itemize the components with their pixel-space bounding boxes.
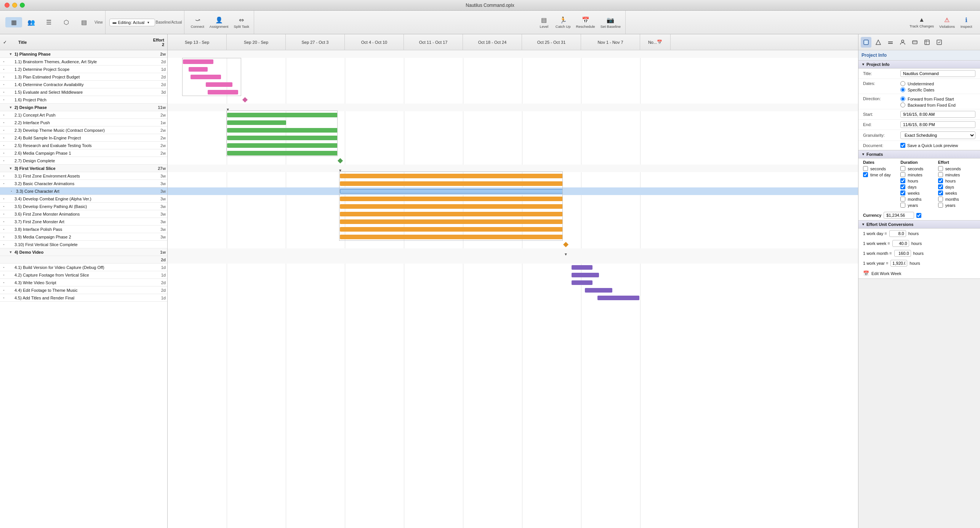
task-row[interactable]: • 3.5) Develop Enemy Pathing AI (Basic) … bbox=[0, 203, 167, 210]
gantt-bar[interactable] bbox=[572, 265, 592, 270]
task-row[interactable]: • 1.6) Project Pitch bbox=[0, 96, 167, 104]
gantt-bar[interactable] bbox=[340, 212, 563, 216]
backward-radio[interactable] bbox=[900, 102, 905, 107]
edit-work-week-button[interactable]: 📅 Edit Work Week bbox=[858, 268, 980, 278]
task-row[interactable]: • 2.6) Media Campaign Phase 1 2w bbox=[0, 149, 167, 157]
duration-minutes-label[interactable]: minutes bbox=[900, 172, 938, 177]
duration-years-checkbox[interactable] bbox=[900, 203, 905, 208]
gantt-bar[interactable] bbox=[340, 181, 563, 186]
effort-months-checkbox[interactable] bbox=[938, 197, 943, 202]
expand-button[interactable]: ▼ bbox=[8, 250, 14, 254]
people-view-button[interactable]: 👥 bbox=[23, 17, 40, 27]
set-baseline-button[interactable]: 📷 Set Baseline bbox=[598, 15, 623, 30]
title-input[interactable] bbox=[900, 70, 975, 77]
task-row[interactable]: • 1.1) Brainstorm Themes, Audience, Art … bbox=[0, 58, 167, 66]
track-changes-button[interactable]: ▲ Track Changes bbox=[907, 15, 936, 30]
specific-dates-radio-label[interactable]: Specific Dates bbox=[900, 87, 934, 92]
phase-collapse-icon[interactable]: ▼ bbox=[226, 107, 230, 112]
gantt-bar[interactable] bbox=[208, 90, 238, 94]
task-row[interactable]: • 2.5) Research and Evaluate Testing Too… bbox=[0, 142, 167, 149]
dates-seconds-checkbox[interactable] bbox=[863, 166, 868, 171]
effort-days-checkbox[interactable] bbox=[938, 184, 943, 189]
editing-dropdown[interactable]: ▬ Editing: Actual ▾ bbox=[109, 19, 155, 26]
violations-button[interactable]: ⚠ Violations bbox=[937, 15, 957, 30]
forward-radio-label[interactable]: Forward from Fixed Start bbox=[900, 96, 956, 101]
expand-button[interactable]: ▼ bbox=[8, 52, 14, 56]
effort-weeks-checkbox[interactable] bbox=[938, 190, 943, 195]
granularity-select[interactable]: Exact Scheduling Day Hour bbox=[900, 131, 975, 139]
gantt-bar[interactable] bbox=[340, 174, 563, 178]
gantt-bar-selected[interactable] bbox=[340, 189, 563, 194]
catch-up-button[interactable]: 🏃 Catch Up bbox=[553, 15, 573, 30]
task-row[interactable]: • 1.4) Determine Contractor Availability… bbox=[0, 81, 167, 88]
duration-weeks-checkbox[interactable] bbox=[900, 190, 905, 195]
gantt-bar[interactable] bbox=[191, 75, 221, 79]
reschedule-button[interactable]: 📅 Reschedule bbox=[573, 15, 597, 30]
task-row[interactable]: • 3.1) First Zone Environment Assets 3w bbox=[0, 172, 167, 180]
gantt-bar[interactable] bbox=[340, 219, 563, 224]
backward-radio-label[interactable]: Backward from Fixed End bbox=[900, 102, 956, 107]
quick-look-checkbox[interactable] bbox=[900, 143, 905, 148]
duration-days-label[interactable]: days bbox=[900, 184, 938, 189]
task-row[interactable]: • 1.2) Determine Project Scope 1d bbox=[0, 66, 167, 73]
specific-dates-radio[interactable] bbox=[900, 87, 905, 92]
effort-seconds-label[interactable]: seconds bbox=[938, 166, 975, 171]
gantt-bar[interactable] bbox=[189, 67, 208, 72]
task-row[interactable]: • 2.4) Build Sample In-Engine Project 2w bbox=[0, 134, 167, 142]
level-button[interactable]: ▤ Level bbox=[536, 15, 552, 30]
phase-collapse-icon[interactable]: ▼ bbox=[564, 252, 568, 256]
gantt-bar[interactable] bbox=[227, 120, 286, 125]
task-row[interactable]: • 3.2) Basic Character Animations 3w bbox=[0, 180, 167, 187]
effort-years-checkbox[interactable] bbox=[938, 203, 943, 208]
task-row[interactable]: • 3.8) Interface Polish Pass 3w bbox=[0, 226, 167, 233]
duration-months-label[interactable]: months bbox=[900, 197, 938, 202]
effort-conversions-header[interactable]: ▼ Effort Unit Conversions bbox=[858, 221, 980, 229]
gantt-bar[interactable] bbox=[227, 128, 338, 133]
quick-look-checkbox-label[interactable]: Save a Quick Look preview bbox=[900, 143, 958, 148]
effort-weeks-label[interactable]: weeks bbox=[938, 190, 975, 195]
phase-collapse-icon[interactable]: ▼ bbox=[338, 168, 342, 173]
duration-weeks-label[interactable]: weeks bbox=[900, 190, 938, 195]
duration-months-checkbox[interactable] bbox=[900, 197, 905, 202]
project-info-section-header[interactable]: ▼ Project Info bbox=[858, 61, 980, 69]
undetermined-radio[interactable] bbox=[900, 81, 905, 86]
network-view-button[interactable]: ⬡ bbox=[58, 17, 75, 27]
task-row[interactable]: ▼ 4) Demo Video 1w bbox=[0, 248, 167, 256]
task-row[interactable]: • 3.6) First Zone Monster Animations 3w bbox=[0, 210, 167, 218]
person-icon-button[interactable] bbox=[897, 37, 908, 48]
gantt-bar[interactable] bbox=[227, 136, 338, 140]
split-task-button[interactable]: ⇔ Split Task bbox=[231, 15, 251, 30]
currency-enabled-checkbox[interactable] bbox=[916, 213, 921, 218]
fullscreen-button[interactable] bbox=[20, 3, 25, 8]
task-row[interactable]: ▼ 3) First Vertical Slice 27w bbox=[0, 165, 167, 172]
work-week-input[interactable] bbox=[892, 240, 909, 247]
gantt-bar[interactable] bbox=[227, 151, 338, 155]
gantt-bar[interactable] bbox=[572, 280, 592, 285]
link-icon-button[interactable] bbox=[910, 37, 920, 48]
gantt-bar[interactable] bbox=[597, 296, 639, 300]
formats-section-header[interactable]: ▼ Formats bbox=[858, 150, 980, 158]
chart-icon-button[interactable] bbox=[934, 37, 945, 48]
duration-seconds-label[interactable]: seconds bbox=[900, 166, 938, 171]
task-row[interactable]: • 1.3) Plan Estimated Project Budget 2d bbox=[0, 73, 167, 81]
task-row[interactable]: • 4.3) Write Video Script 2d bbox=[0, 279, 167, 286]
effort-minutes-label[interactable]: minutes bbox=[938, 172, 975, 177]
effort-days-label[interactable]: days bbox=[938, 184, 975, 189]
gantt-view-button[interactable]: ▦ bbox=[5, 17, 22, 27]
effort-hours-checkbox[interactable] bbox=[938, 178, 943, 183]
gantt-bar[interactable] bbox=[206, 82, 232, 87]
assignment-button[interactable]: 👤 Assignment bbox=[207, 15, 231, 30]
table-icon-button[interactable] bbox=[922, 37, 932, 48]
gantt-bar[interactable] bbox=[572, 273, 599, 277]
shapes-icon-button[interactable] bbox=[873, 37, 884, 48]
task-row[interactable]: • 2.3) Develop Theme Music (Contract Com… bbox=[0, 126, 167, 134]
undetermined-radio-label[interactable]: Undetermined bbox=[900, 81, 934, 86]
connect-button[interactable]: ⤻ Connect bbox=[188, 15, 206, 30]
dates-time-of-day-label[interactable]: time of day bbox=[863, 172, 900, 177]
calendar-icon[interactable]: 📅 bbox=[657, 40, 662, 45]
effort-years-label[interactable]: years bbox=[938, 203, 975, 208]
task-row[interactable]: • 4.4) Edit Footage to Theme Music 2d bbox=[0, 286, 167, 294]
duration-days-checkbox[interactable] bbox=[900, 184, 905, 189]
task-row[interactable]: • 4.1) Build Version for Video Capture (… bbox=[0, 264, 167, 271]
task-view-button[interactable]: ☰ bbox=[40, 17, 57, 27]
